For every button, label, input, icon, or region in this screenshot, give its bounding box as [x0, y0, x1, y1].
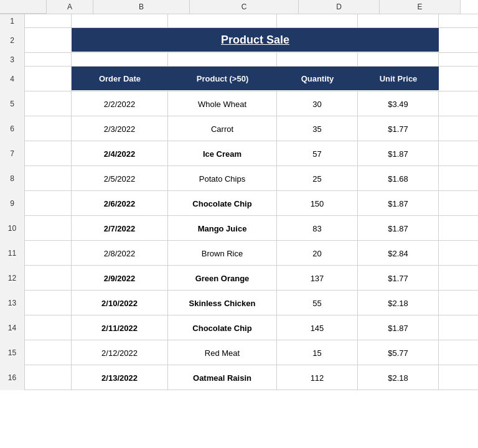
row-1: 1: [0, 14, 478, 28]
cell-14d: 145: [277, 315, 358, 340]
row-6: 6 2/3/2022 Carrot 35 $1.77: [0, 116, 478, 141]
row-num-14: 14: [0, 315, 25, 340]
cell-14b: 2/11/2022: [72, 315, 168, 340]
row-15: 15 2/12/2022 Red Meat 15 $5.77: [0, 340, 478, 365]
cell-9a: [25, 191, 72, 216]
cell-6b: 2/3/2022: [72, 116, 168, 141]
cell-5d: 30: [277, 91, 358, 116]
cell-6c: Carrot: [168, 116, 277, 141]
row-num-7: 7: [0, 141, 25, 166]
cell-15b: 2/12/2022: [72, 340, 168, 365]
row-num-16: 16: [0, 365, 25, 390]
row-7: 7 2/4/2022 Ice Cream 57 $1.87: [0, 141, 478, 166]
cell-13e: $2.18: [358, 291, 439, 315]
row-num-15: 15: [0, 340, 25, 365]
cell-7e: $1.87: [358, 141, 439, 166]
cell-8a: [25, 166, 72, 191]
cell-7c: Ice Cream: [168, 141, 277, 166]
cell-3c: [168, 53, 277, 67]
cell-9d: 150: [277, 191, 358, 216]
cell-12d: 137: [277, 266, 358, 291]
cell-9c: Chocolate Chip: [168, 191, 277, 216]
row-num-3: 3: [0, 53, 25, 67]
cell-11a: [25, 241, 72, 266]
row-16: 16 2/13/2022 Oatmeal Raisin 112 $2.18: [0, 365, 478, 390]
data-rows: 5 2/2/2022 Whole Wheat 30 $3.49 6 2/3/20…: [0, 91, 478, 390]
cell-11e: $2.84: [358, 241, 439, 266]
cell-12c: Green Orange: [168, 266, 277, 291]
row-13: 13 2/10/2022 Skinless Chicken 55 $2.18: [0, 291, 478, 315]
header-product: Product (>50): [168, 67, 277, 90]
cell-3a: [25, 53, 72, 67]
row-8: 8 2/5/2022 Potato Chips 25 $1.68: [0, 166, 478, 191]
row-num-5: 5: [0, 91, 25, 116]
row-num-11: 11: [0, 241, 25, 266]
cell-14c: Chocolate Chip: [168, 315, 277, 340]
cell-16a: [25, 365, 72, 390]
row-2: 2 Product Sale: [0, 28, 478, 53]
row-num-10: 10: [0, 216, 25, 241]
cell-4a: [25, 67, 72, 91]
row-num-2: 2: [0, 28, 25, 53]
cell-16b: 2/13/2022: [72, 365, 168, 390]
cell-3e: [358, 53, 439, 67]
row-num-4: 4: [0, 67, 25, 91]
row-num-8: 8: [0, 166, 25, 191]
cell-12e: $1.77: [358, 266, 439, 291]
cell-7b: 2/4/2022: [72, 141, 168, 166]
cell-3d: [277, 53, 358, 67]
row-4: 4 Order Date Product (>50) Quantity Unit…: [0, 67, 478, 91]
cell-1d: [277, 14, 358, 28]
row-num-13: 13: [0, 291, 25, 315]
cell-13c: Skinless Chicken: [168, 291, 277, 315]
cell-13b: 2/10/2022: [72, 291, 168, 315]
cell-10e: $1.87: [358, 216, 439, 241]
cell-15d: 15: [277, 340, 358, 365]
cell-14a: [25, 315, 72, 340]
cell-10d: 83: [277, 216, 358, 241]
header-unit-price: Unit Price: [358, 67, 439, 90]
cell-1b: [72, 14, 168, 28]
cell-6d: 35: [277, 116, 358, 141]
cell-1e: [358, 14, 439, 28]
cell-5b: 2/2/2022: [72, 91, 168, 116]
row-9: 9 2/6/2022 Chocolate Chip 150 $1.87: [0, 191, 478, 216]
row-14: 14 2/11/2022 Chocolate Chip 145 $1.87: [0, 315, 478, 340]
cell-15c: Red Meat: [168, 340, 277, 365]
cell-8d: 25: [277, 166, 358, 191]
cell-11b: 2/8/2022: [72, 241, 168, 266]
cell-3b: [72, 53, 168, 67]
cell-2a: [25, 28, 72, 53]
row-num-12: 12: [0, 266, 25, 291]
col-header-b: B: [93, 0, 190, 14]
cell-1a: [25, 14, 72, 28]
row-12: 12 2/9/2022 Green Orange 137 $1.77: [0, 266, 478, 291]
cell-10b: 2/7/2022: [72, 216, 168, 241]
header-quantity: Quantity: [277, 67, 358, 90]
cell-9b: 2/6/2022: [72, 191, 168, 216]
cell-5a: [25, 91, 72, 116]
cell-15a: [25, 340, 72, 365]
row-num-9: 9: [0, 191, 25, 216]
col-header-e: E: [380, 0, 461, 14]
cell-7d: 57: [277, 141, 358, 166]
col-header-d: D: [299, 0, 380, 14]
header-order-date: Order Date: [72, 67, 168, 90]
cell-13a: [25, 291, 72, 315]
cell-5e: $3.49: [358, 91, 439, 116]
cell-16c: Oatmeal Raisin: [168, 365, 277, 390]
cell-11d: 20: [277, 241, 358, 266]
cell-5c: Whole Wheat: [168, 91, 277, 116]
row-11: 11 2/8/2022 Brown Rice 20 $2.84: [0, 241, 478, 266]
column-headers: A B C D E: [0, 0, 478, 14]
row-3: 3: [0, 53, 478, 67]
cell-8c: Potato Chips: [168, 166, 277, 191]
cell-14e: $1.87: [358, 315, 439, 340]
corner-cell: [0, 0, 47, 14]
row-num-1: 1: [0, 14, 25, 28]
cell-12b: 2/9/2022: [72, 266, 168, 291]
cell-6a: [25, 116, 72, 141]
cell-12a: [25, 266, 72, 291]
col-header-c: C: [190, 0, 299, 14]
cell-16e: $2.18: [358, 365, 439, 390]
